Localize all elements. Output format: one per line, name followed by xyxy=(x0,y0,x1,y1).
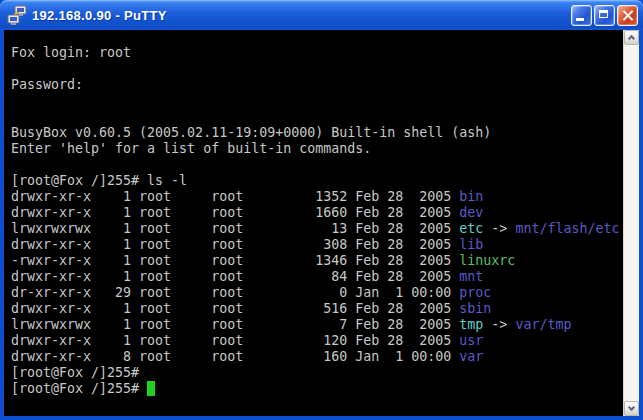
terminal-line: drwxr-xr-x 1 root root 1352 Feb 28 2005 … xyxy=(11,189,623,205)
terminal-text: Enter 'help' for a list of built-in comm… xyxy=(11,141,371,156)
window-title: 192.168.0.90 - PuTTY xyxy=(32,8,571,23)
terminal-text: mnt/flash/etc xyxy=(515,221,619,236)
terminal-line xyxy=(11,157,623,173)
terminal-text: -> xyxy=(483,221,515,236)
putty-app-icon[interactable] xyxy=(6,4,28,26)
terminal-line: drwxr-xr-x 1 root root 308 Feb 28 2005 l… xyxy=(11,237,623,253)
terminal-text: drwxr-xr-x 1 root root 1660 Feb 28 2005 xyxy=(11,205,459,220)
titlebar[interactable]: 192.168.0.90 - PuTTY xyxy=(0,0,643,30)
terminal-text: [root@Fox /]255# xyxy=(11,381,147,396)
minimize-icon xyxy=(576,18,584,21)
terminal-line xyxy=(11,93,623,109)
scroll-up-button[interactable] xyxy=(624,30,639,45)
terminal-text: lrwxrwxrwx 1 root root 7 Feb 28 2005 xyxy=(11,317,459,332)
terminal-text: lib xyxy=(459,237,483,252)
terminal-text: [root@Fox /]255# xyxy=(11,365,139,380)
terminal-text: drwxr-xr-x 1 root root 308 Feb 28 2005 xyxy=(11,237,459,252)
putty-window: 192.168.0.90 - PuTTY Fox login: rootPass… xyxy=(0,0,643,420)
maximize-icon xyxy=(599,10,608,18)
terminal-cursor xyxy=(147,381,155,396)
terminal-line: BusyBox v0.60.5 (2005.02.11-19:09+0000) … xyxy=(11,125,623,141)
terminal-line: dr-xr-xr-x 29 root root 0 Jan 1 00:00 pr… xyxy=(11,285,623,301)
terminal-text: drwxr-xr-x 1 root root 84 Feb 28 2005 xyxy=(11,269,459,284)
scroll-down-button[interactable] xyxy=(624,401,639,416)
terminal-text: mnt xyxy=(459,269,483,284)
terminal-text: BusyBox v0.60.5 (2005.02.11-19:09+0000) … xyxy=(11,125,491,140)
terminal-text: [root@Fox /]255# ls -l xyxy=(11,173,187,188)
terminal-line: -rwxr-xr-x 1 root root 1346 Feb 28 2005 … xyxy=(11,253,623,269)
terminal-text: Fox login: root xyxy=(11,45,131,60)
terminal-line: drwxr-xr-x 1 root root 1660 Feb 28 2005 … xyxy=(11,205,623,221)
terminal-text: lrwxrwxrwx 1 root root 13 Feb 28 2005 xyxy=(11,221,459,236)
terminal-line: [root@Fox /]255# ls -l xyxy=(11,173,623,189)
terminal-line: lrwxrwxrwx 1 root root 13 Feb 28 2005 et… xyxy=(11,221,623,237)
terminal-text: var xyxy=(459,349,483,364)
close-button[interactable] xyxy=(617,5,638,26)
terminal-line: Enter 'help' for a list of built-in comm… xyxy=(11,141,623,157)
terminal-line: [root@Fox /]255# xyxy=(11,365,623,381)
terminal-text: proc xyxy=(459,285,491,300)
terminal-line xyxy=(11,109,623,125)
terminal-screen[interactable]: Fox login: rootPassword:BusyBox v0.60.5 … xyxy=(4,30,623,416)
terminal-line: Fox login: root xyxy=(11,45,623,61)
terminal-text: drwxr-xr-x 1 root root 1352 Feb 28 2005 xyxy=(11,189,459,204)
terminal-text: -rwxr-xr-x 1 root root 1346 Feb 28 2005 xyxy=(11,253,459,268)
scrollbar-track[interactable] xyxy=(624,45,639,401)
terminal-line xyxy=(11,61,623,77)
terminal-text: Password: xyxy=(11,77,83,92)
terminal-line: [root@Fox /]255# xyxy=(11,381,623,397)
terminal-line: drwxr-xr-x 1 root root 516 Feb 28 2005 s… xyxy=(11,301,623,317)
terminal-text: drwxr-xr-x 1 root root 120 Feb 28 2005 xyxy=(11,333,459,348)
terminal-text: sbin xyxy=(459,301,491,316)
terminal-text: dr-xr-xr-x 29 root root 0 Jan 1 00:00 xyxy=(11,285,459,300)
terminal-line: drwxr-xr-x 1 root root 84 Feb 28 2005 mn… xyxy=(11,269,623,285)
putty-icon-graphic xyxy=(6,4,28,26)
terminal-line: drwxr-xr-x 8 root root 160 Jan 1 00:00 v… xyxy=(11,349,623,365)
terminal-text: var/tmp xyxy=(515,317,571,332)
chevron-down-icon xyxy=(628,404,635,411)
terminal-text: usr xyxy=(459,333,483,348)
maximize-button[interactable] xyxy=(594,5,615,26)
terminal-text: etc xyxy=(459,221,483,236)
terminal-text: tmp xyxy=(459,317,483,332)
chevron-up-icon xyxy=(628,35,635,42)
terminal-text: drwxr-xr-x 8 root root 160 Jan 1 00:00 xyxy=(11,349,459,364)
terminal-text: linuxrc xyxy=(459,253,515,268)
close-icon xyxy=(622,10,633,21)
terminal-text: -> xyxy=(483,317,515,332)
terminal-line: Password: xyxy=(11,77,623,93)
terminal-text: dev xyxy=(459,205,483,220)
terminal-text: bin xyxy=(459,189,483,204)
window-body: Fox login: rootPassword:BusyBox v0.60.5 … xyxy=(4,30,639,416)
window-controls xyxy=(571,5,638,26)
minimize-button[interactable] xyxy=(571,5,592,26)
scrollbar[interactable] xyxy=(623,30,639,416)
terminal-line: drwxr-xr-x 1 root root 120 Feb 28 2005 u… xyxy=(11,333,623,349)
terminal-text: drwxr-xr-x 1 root root 516 Feb 28 2005 xyxy=(11,301,459,316)
terminal-line: lrwxrwxrwx 1 root root 7 Feb 28 2005 tmp… xyxy=(11,317,623,333)
